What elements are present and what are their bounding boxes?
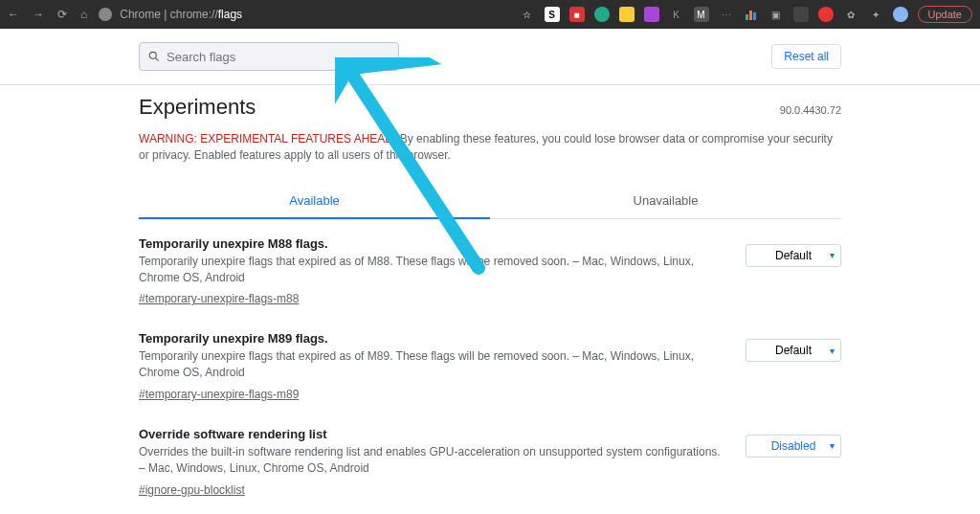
address-prefix: Chrome | bbox=[120, 8, 169, 21]
reset-all-button[interactable]: Reset all bbox=[771, 44, 841, 69]
flag-row: Temporarily unexpire M89 flags.Temporari… bbox=[139, 314, 841, 410]
flag-control: Disabled bbox=[746, 427, 841, 498]
page-content: Reset all Experiments 90.0.4430.72 WARNI… bbox=[0, 29, 980, 514]
search-input[interactable] bbox=[167, 50, 390, 64]
ext-gear-icon[interactable]: ✿ bbox=[843, 7, 858, 22]
ext-yellow-icon[interactable] bbox=[619, 7, 635, 22]
flag-anchor[interactable]: #temporary-unexpire-flags-m88 bbox=[139, 292, 299, 305]
flag-title: Temporarily unexpire M88 flags. bbox=[139, 236, 726, 251]
tabs: Available Unavailable bbox=[139, 184, 841, 219]
svg-rect-1 bbox=[749, 11, 752, 20]
forward-icon[interactable]: → bbox=[33, 8, 44, 21]
ext-green-icon[interactable] bbox=[594, 7, 610, 22]
ext-red-icon[interactable]: ■ bbox=[569, 7, 585, 22]
profile-avatar[interactable] bbox=[893, 7, 908, 22]
flag-control: Default bbox=[746, 236, 841, 307]
star-icon[interactable]: ☆ bbox=[520, 7, 535, 22]
svg-line-4 bbox=[156, 58, 159, 61]
extensions-icon[interactable]: ✦ bbox=[868, 7, 883, 22]
warning-text: WARNING: EXPERIMENTAL FEATURES AHEAD! By… bbox=[139, 131, 841, 165]
flag-select[interactable]: Default bbox=[746, 339, 841, 362]
svg-point-3 bbox=[149, 52, 156, 58]
ext-purple-icon[interactable] bbox=[644, 7, 659, 22]
top-bar: Reset all bbox=[139, 29, 841, 84]
ext-red2-icon[interactable] bbox=[818, 7, 834, 22]
flag-select[interactable]: Default bbox=[746, 244, 841, 267]
flag-description: Overrides the built-in software renderin… bbox=[139, 444, 726, 477]
main-content: Experiments 90.0.4430.72 WARNING: EXPERI… bbox=[139, 85, 841, 514]
flag-anchor[interactable]: #ignore-gpu-blocklist bbox=[139, 483, 245, 497]
ext-k-icon[interactable]: K bbox=[669, 7, 684, 22]
tab-unavailable[interactable]: Unavailable bbox=[490, 184, 841, 218]
version-text: 90.0.4430.72 bbox=[780, 104, 841, 116]
flag-anchor[interactable]: #temporary-unexpire-flags-m89 bbox=[139, 388, 299, 401]
flag-description: Temporarily unexpire flags that expired … bbox=[139, 348, 726, 381]
ext-s-icon[interactable]: S bbox=[545, 7, 560, 22]
flag-info: Temporarily unexpire M89 flags.Temporari… bbox=[139, 331, 726, 402]
flag-title: Override software rendering list bbox=[139, 427, 726, 441]
search-icon bbox=[147, 50, 161, 63]
ext-m-icon[interactable]: M bbox=[694, 7, 709, 22]
ext-bars-icon[interactable] bbox=[744, 7, 759, 22]
browser-toolbar: ← → ⟳ ⌂ Chrome | chrome://flags ☆ S ■ K … bbox=[0, 0, 980, 29]
search-box[interactable] bbox=[139, 42, 399, 71]
tab-available[interactable]: Available bbox=[139, 184, 490, 219]
flag-row: Override software rendering listOverride… bbox=[139, 410, 841, 505]
svg-rect-2 bbox=[753, 12, 756, 20]
flag-info: Temporarily unexpire M88 flags.Temporari… bbox=[139, 236, 726, 307]
flag-row: Temporarily unexpire M88 flags.Temporari… bbox=[139, 219, 841, 315]
flag-row: Accelerated 2D canvasEnables the use of … bbox=[139, 505, 841, 514]
address-text: Chrome | chrome://flags bbox=[120, 8, 242, 21]
extension-icons: ☆ S ■ K M ⋯ ▣ ✿ ✦ Update bbox=[520, 6, 972, 23]
address-host: chrome:// bbox=[170, 8, 218, 21]
home-icon[interactable]: ⌂ bbox=[80, 8, 87, 21]
update-button[interactable]: Update bbox=[918, 6, 972, 23]
address-bar[interactable]: Chrome | chrome://flags bbox=[99, 8, 242, 21]
nav-controls: ← → ⟳ ⌂ bbox=[8, 8, 87, 21]
address-page: flags bbox=[218, 8, 242, 21]
flag-title: Temporarily unexpire M89 flags. bbox=[139, 331, 726, 346]
warning-prefix: WARNING: EXPERIMENTAL FEATURES AHEAD! bbox=[139, 132, 396, 145]
flag-info: Override software rendering listOverride… bbox=[139, 427, 726, 498]
back-icon[interactable]: ← bbox=[8, 8, 19, 21]
flag-description: Temporarily unexpire flags that expired … bbox=[139, 254, 726, 286]
flag-select[interactable]: Disabled bbox=[746, 435, 841, 458]
svg-rect-0 bbox=[746, 14, 748, 20]
flag-list: Temporarily unexpire M88 flags.Temporari… bbox=[139, 219, 841, 514]
ext-dark-icon[interactable] bbox=[793, 7, 809, 22]
ext-dots-icon[interactable]: ⋯ bbox=[719, 7, 734, 22]
heading-row: Experiments 90.0.4430.72 bbox=[139, 95, 841, 120]
chrome-icon bbox=[99, 8, 112, 21]
ext-square-icon[interactable]: ▣ bbox=[768, 7, 784, 22]
reload-icon[interactable]: ⟳ bbox=[57, 8, 67, 21]
flag-control: Default bbox=[746, 331, 841, 402]
page-title: Experiments bbox=[139, 95, 256, 120]
